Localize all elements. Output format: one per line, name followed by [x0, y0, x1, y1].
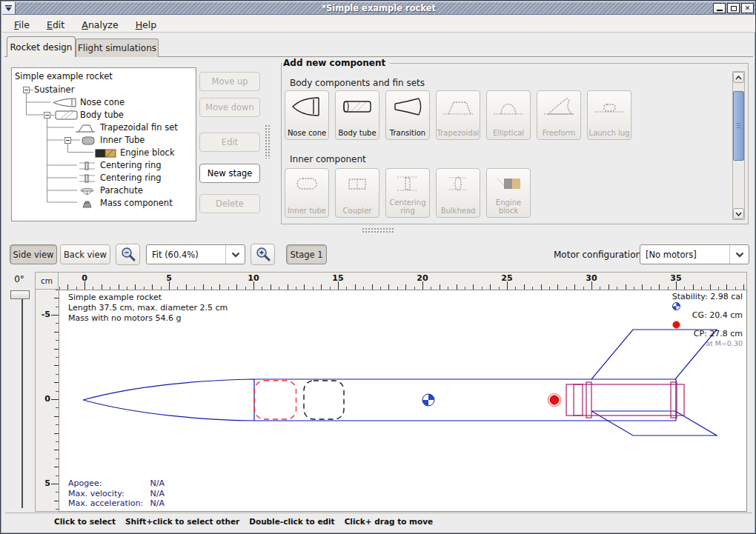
tree-item-parachute[interactable]: Parachute [100, 185, 143, 196]
motor-mount-parts [566, 382, 684, 418]
ruler-tick-label: 25 [501, 273, 512, 283]
tab-rocket-design[interactable]: Rocket design [7, 36, 76, 57]
hint-click-select: Click to select [54, 517, 116, 531]
apogee-row: Apogee: N/A [68, 478, 165, 489]
trapezoidal-fin-icon [75, 124, 96, 133]
add-coupler-button[interactable]: Coupler [335, 168, 379, 218]
scrollbar-thumb[interactable] [733, 91, 744, 161]
inner-tube-icon [292, 172, 322, 196]
tree-item-centering-ring-2[interactable]: Centering ring [100, 173, 162, 183]
ruler-tick-label: 30 [586, 273, 597, 283]
add-body-tube-button[interactable]: Body tube [335, 90, 379, 140]
new-stage-button[interactable]: New stage [199, 164, 260, 183]
move-up-button[interactable]: Move up [199, 72, 260, 91]
ruler-tick-label: 10 [248, 273, 259, 283]
chevron-down-icon [225, 245, 245, 264]
mass-component-icon [79, 199, 95, 208]
menu-bar: File Edit Analyze Help [2, 15, 755, 33]
launch-lug-icon [593, 94, 626, 119]
add-launch-lug-button[interactable]: Launch lug [587, 90, 631, 140]
tree-item-rocket-root[interactable]: Simple example rocket [15, 71, 113, 81]
expander-minus-icon[interactable] [64, 137, 71, 144]
freeform-fin-icon [543, 94, 575, 119]
component-tree[interactable]: Simple example rocket Sustainer Nose con… [11, 67, 196, 221]
maximize-button[interactable] [727, 3, 740, 13]
component-pane-scrollbar[interactable] [732, 71, 745, 220]
trapezoidal-fin-icon [442, 94, 474, 119]
rotation-slider-handle[interactable] [10, 290, 30, 299]
minimize-button[interactable] [713, 3, 726, 13]
ruler-tick-label: -5 [42, 310, 50, 319]
engine-block-outline [574, 384, 583, 415]
motor-configuration-combobox[interactable]: [No motors] [640, 244, 749, 264]
inner-component-label: Inner component [290, 154, 366, 164]
delete-button[interactable]: Delete [199, 194, 260, 213]
tree-item-body-tube[interactable]: Body tube [80, 110, 124, 120]
move-down-button[interactable]: Move down [199, 98, 260, 117]
add-engine-block-button[interactable]: Engine block [486, 168, 531, 218]
tree-item-trapezoidal-fin-set[interactable]: Trapezoidal fin set [100, 122, 178, 133]
add-centering-ring-button[interactable]: Centering ring [385, 168, 430, 218]
centering-ring-icon [79, 161, 96, 170]
edit-button[interactable]: Edit [199, 133, 260, 152]
tree-item-nose-cone[interactable]: Nose cone [80, 97, 125, 107]
tab-flight-simulations[interactable]: Flight simulations [76, 39, 159, 57]
menu-file[interactable]: File [8, 18, 36, 32]
ruler-tick-label: 15 [332, 273, 343, 283]
transition-icon [391, 94, 424, 119]
close-button[interactable]: ✕ [741, 3, 754, 13]
expander-minus-icon[interactable] [44, 112, 50, 119]
side-view-button[interactable]: Side view [10, 244, 57, 264]
vertical-splitter-grip[interactable] [265, 124, 271, 158]
tree-item-centering-ring[interactable]: Centering ring [100, 160, 162, 170]
motor-configuration-label: Motor configuration: [554, 250, 644, 260]
add-elliptical-fin-button[interactable]: Elliptical [486, 90, 531, 140]
app-window: *Simple example rocket ✕ File Edit Analy… [0, 0, 756, 534]
ruler-tick-label: 35 [670, 273, 681, 283]
chevron-up-icon [735, 76, 742, 80]
add-trapezoidal-fin-button[interactable]: Trapezoidal [436, 90, 480, 140]
zoom-in-button[interactable] [251, 244, 275, 265]
centering-ring-icon [79, 174, 96, 183]
body-components-label: Body components and fin sets [290, 78, 425, 88]
rocket-dimensions-line: Length 37.5 cm, max. diameter 2.5 cm [68, 303, 228, 313]
ruler-tick-label: 0 [82, 273, 87, 283]
rocket-name-line: Simple example rocket [68, 293, 228, 303]
add-inner-tube-button[interactable]: Inner tube [285, 168, 329, 218]
menu-edit[interactable]: Edit [41, 18, 70, 32]
body-tube-icon [341, 94, 374, 119]
hint-double-click: Double-click to edit [249, 517, 334, 531]
scroll-down-button[interactable] [733, 208, 744, 219]
tree-item-mass-component[interactable]: Mass component [100, 198, 173, 208]
tree-item-inner-tube[interactable]: Inner Tube [100, 135, 145, 145]
rotation-slider-track[interactable] [21, 298, 23, 508]
menu-help[interactable]: Help [130, 18, 163, 32]
body-tube-icon [55, 110, 78, 120]
cg-marker [422, 394, 434, 406]
add-freeform-fin-button[interactable]: Freeform [537, 90, 581, 140]
window-title: *Simple example rocket [2, 3, 755, 13]
zoom-level-combobox[interactable]: Fit (60.4%) [146, 244, 245, 264]
bulkhead-icon [443, 172, 473, 196]
back-view-button[interactable]: Back view [60, 244, 110, 264]
motor-configuration-value: [No motors] [640, 245, 729, 264]
stage-1-toggle-button[interactable]: Stage 1 [286, 244, 327, 264]
cg-line: CG: 20.4 cm [672, 302, 743, 321]
title-bar[interactable]: *Simple example rocket ✕ [2, 2, 755, 15]
expander-minus-icon[interactable] [23, 87, 30, 93]
tree-item-sustainer[interactable]: Sustainer [34, 84, 74, 95]
scroll-up-button[interactable] [733, 72, 744, 83]
horizontal-splitter-grip[interactable] [362, 227, 394, 233]
body-component-buttons: Nose cone Body tube Transition Trapezoid… [285, 90, 631, 140]
zoom-level-value: Fit (60.4%) [147, 245, 225, 264]
tree-item-engine-block[interactable]: Engine block [120, 147, 175, 158]
zoom-out-button[interactable] [116, 244, 140, 265]
menu-analyze[interactable]: Analyze [76, 18, 124, 32]
rocket-figure-canvas[interactable]: Simple example rocket Length 37.5 cm, ma… [59, 290, 747, 512]
add-bulkhead-button[interactable]: Bulkhead [436, 168, 480, 218]
add-nose-cone-button[interactable]: Nose cone [285, 90, 329, 140]
ruler-unit-label: cm [35, 272, 59, 290]
maximize-icon [731, 6, 737, 11]
add-transition-button[interactable]: Transition [385, 90, 430, 140]
magnifier-plus-icon [255, 247, 271, 263]
